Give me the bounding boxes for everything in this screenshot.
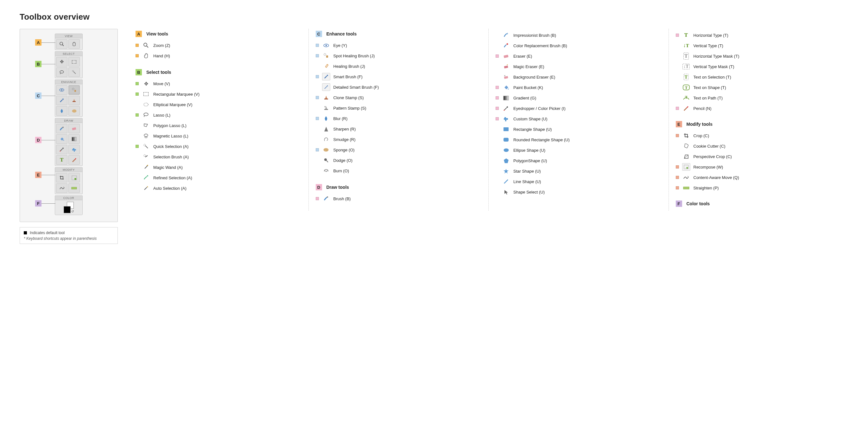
svg-point-47 [326,149,327,150]
svg-point-7 [72,88,74,90]
svg-point-63 [503,149,508,152]
callout-badge-a: A [35,39,41,46]
rounded-rectangle-shape-icon [502,136,510,144]
toolbox-header-view: VIEW [55,34,83,38]
tool-label: Rounded Rectangle Shape (U) [513,138,570,142]
tool-label: Healing Brush (J) [334,64,365,69]
tool-label: Color Replacement Brush (B) [513,43,567,48]
svg-point-72 [686,167,688,169]
tool-label: Vertical Type Mask (T) [693,64,734,69]
tool-label: Magnetic Lasso (L) [153,134,188,139]
svg-rect-10 [72,101,76,102]
callout-badge-b: B [35,61,41,67]
background-eraser-icon [502,73,510,81]
svg-point-9 [62,98,64,100]
svg-point-26 [144,134,148,137]
badge-b: B [135,69,142,76]
legend-box: Indicates default tool * Keyboard shortc… [20,227,118,244]
tool-label: Dodge (O) [334,158,353,163]
horizontal-type-icon: T [682,31,690,39]
svg-rect-62 [503,138,508,142]
tool-quick-selection[interactable] [68,67,80,77]
svg-point-40 [327,86,328,87]
toolbox-header-draw: DRAW [55,118,83,123]
tool-move[interactable]: ✥ [56,57,67,66]
svg-rect-42 [324,109,328,110]
tool-brush[interactable] [56,124,67,133]
tool-zoom[interactable] [56,39,67,49]
tool-label: Gradient (G) [513,96,536,100]
rectangle-shape-icon [502,125,510,133]
ellipse-shape-icon [502,146,510,154]
group-header-a: A View tools [135,31,302,37]
svg-rect-50 [327,197,328,198]
svg-point-48 [324,158,327,161]
svg-point-44 [323,148,329,152]
svg-text:T: T [685,86,687,90]
tool-label: Move (V) [153,81,170,86]
svg-rect-61 [503,127,508,131]
svg-point-3 [72,70,73,71]
svg-point-34 [325,44,327,46]
tool-sponge[interactable] [68,106,80,116]
badge-e: E [676,121,682,127]
tool-eraser[interactable] [68,124,80,133]
tool-label: Text on Selection (T) [693,75,731,80]
svg-point-16 [62,148,64,149]
text-on-path-icon: T [682,94,690,102]
magic-eraser-icon [502,63,510,70]
tool-label: Rectangular Marquee (V) [153,92,199,97]
tool-label: Perspective Crop (C) [693,154,732,159]
tool-clone-stamp[interactable] [68,96,80,105]
svg-marker-65 [503,169,508,174]
lasso-icon [142,111,150,119]
tool-eyedropper[interactable] [56,145,67,154]
foreground-color-swatch[interactable] [64,206,71,213]
tool-color-swatches[interactable]: ↺ [63,201,74,214]
tool-crop[interactable] [56,173,67,182]
tool-marquee[interactable] [68,57,80,66]
tool-type[interactable]: T [56,155,67,165]
page-title: Toolbox overview [20,12,848,22]
badge-a: A [135,31,142,37]
toolbox-section-modify: MODIFY [55,167,83,194]
svg-text:✲: ✲ [324,106,326,108]
swap-colors-icon[interactable]: ↺ [71,210,74,213]
dodge-icon [322,156,330,164]
tool-label: Zoom (Z) [153,43,170,48]
auto-selection-icon [142,184,150,192]
tool-eye[interactable] [56,85,67,95]
tool-label: Brush (B) [334,197,351,201]
polygon-shape-icon [502,157,510,165]
tool-label: Magic Eraser (E) [513,64,545,69]
group-header-f: F Color tools [676,201,842,207]
color-replacement-brush-icon [502,42,510,50]
tool-label: Text on Shape (T) [693,85,726,90]
tool-content-aware-move[interactable] [56,183,67,193]
tool-smart-brush[interactable] [56,96,67,105]
svg-line-28 [145,146,148,148]
tool-label: Magic Wand (A) [153,165,183,170]
tool-blur[interactable] [56,106,67,116]
tool-paint-bucket[interactable] [56,134,67,144]
tool-lasso[interactable] [56,67,67,77]
svg-line-30 [145,166,148,169]
tool-gradient[interactable] [68,134,80,144]
gradient-icon [502,94,510,102]
healing-brush-icon [322,62,330,70]
tool-custom-shape[interactable] [68,145,80,154]
toolbox-section-color: COLOR ↺ [55,196,83,215]
tool-straighten[interactable] [68,183,80,193]
tool-pencil[interactable] [68,155,80,165]
svg-point-46 [327,150,327,150]
tool-label: Shape Select (U) [513,190,545,195]
tool-hand[interactable] [68,39,80,49]
line-shape-icon [502,178,510,185]
svg-point-57 [508,88,508,89]
tool-label: Background Eraser (E) [513,75,555,80]
tool-spot-healing[interactable] [68,85,80,95]
horizontal-type-mask-icon: T [682,52,690,60]
column-2: C Enhance tools Eye (Y) Spot Healing Bru… [308,29,489,211]
svg-point-29 [144,155,146,156]
tool-recompose[interactable] [68,173,80,182]
